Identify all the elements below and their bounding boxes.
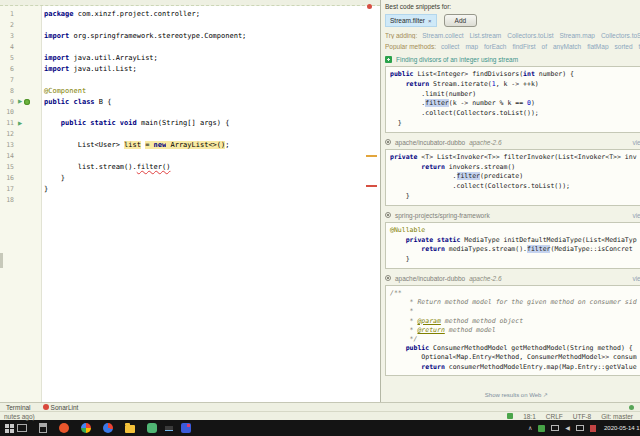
code-line: return consumerMethodModelEntry.map(Map.… — [390, 363, 640, 372]
task-view-icon[interactable] — [17, 424, 27, 432]
suggestion-link[interactable]: Stream.map — [560, 32, 595, 39]
ime-tray-icon[interactable] — [576, 425, 584, 431]
terminal-toolwindow-button[interactable]: Terminal — [6, 404, 31, 411]
event-log-icon[interactable] — [629, 405, 634, 410]
filter-tag-row: Stream.filter × Add — [385, 14, 640, 27]
line-number: 12 — [0, 130, 14, 138]
editor-line: 13 List<User> list = new ArrayList<>(); — [0, 140, 380, 151]
suggestion-link[interactable]: of — [542, 43, 547, 50]
active-app-highlight — [165, 426, 173, 431]
run-icon[interactable]: ▶ — [18, 99, 22, 105]
suggestion-link[interactable]: map — [465, 43, 478, 50]
code-editor[interactable]: 1package com.xinzf.project.controller;23… — [0, 0, 380, 402]
editor-code-text: } — [41, 185, 48, 193]
code-line: .filter(k -> number % k == 0) — [390, 99, 640, 109]
line-number: 4 — [0, 43, 14, 51]
code-line: * — [390, 307, 640, 316]
suggestion-link[interactable]: forEach — [484, 43, 506, 50]
run-icon[interactable]: ▶ — [18, 121, 22, 127]
try-adding-links: Stream.collectList.streamCollectors.toLi… — [422, 32, 640, 39]
spring-icon[interactable] — [24, 99, 30, 105]
system-tray: ∧ ◀ 2020-05-14 17:2 — [528, 425, 640, 432]
suggestion-link[interactable]: Collectors.toList — [507, 32, 553, 39]
inspection-error-icon[interactable] — [367, 4, 372, 9]
tool-window-bar: Terminal SonarLint — [0, 402, 640, 411]
popular-methods-row: Popular methods:collectmapforEachfindFir… — [385, 43, 640, 50]
code-line: private static MediaType initDefaultMedi… — [390, 236, 640, 246]
add-button[interactable]: Add — [444, 14, 478, 27]
view-more-link[interactable]: view more — [632, 275, 640, 282]
code-line: } — [390, 192, 640, 202]
view-more-link[interactable]: view more — [632, 139, 640, 146]
editor-code-text: public static void main(String[] args) { — [41, 119, 229, 127]
remove-tag-icon[interactable]: × — [428, 18, 432, 24]
chrome-browser-icon[interactable] — [81, 423, 91, 433]
line-number: 14 — [0, 152, 14, 160]
ide-icon[interactable] — [181, 423, 191, 433]
editor-line: 18 — [0, 194, 380, 205]
repository-icon — [385, 212, 391, 218]
tool-window-stripe-button[interactable] — [0, 253, 3, 268]
sonarlint-toolwindow-button[interactable]: SonarLint — [43, 404, 79, 411]
browser-icon[interactable] — [103, 423, 113, 433]
music-app-icon[interactable] — [59, 423, 69, 433]
volume-tray-icon[interactable]: ◀ — [565, 425, 570, 431]
repository-name[interactable]: spring-projects/spring-framework — [395, 212, 490, 219]
code-line: /** — [390, 289, 640, 298]
code-line: } — [390, 119, 640, 129]
suggestion-link[interactable]: Collectors.toSet — [601, 32, 640, 39]
suggestion-link[interactable]: sorted — [615, 43, 633, 50]
wechat-icon[interactable] — [147, 423, 157, 433]
status-item[interactable]: Git: master — [601, 413, 633, 420]
code-line: @Nullable — [390, 226, 640, 236]
error-stripe-mark[interactable] — [366, 185, 377, 187]
editor-code-text: package com.xinzf.project.controller; — [41, 10, 200, 18]
warning-stripe-mark[interactable] — [366, 155, 377, 157]
line-number: 7 — [0, 76, 14, 84]
suggestion-link[interactable]: anyMatch — [553, 43, 581, 50]
panel-footer: Show results on Web ↗ — [385, 388, 640, 400]
code-line: * Return method model for the given meth… — [390, 298, 640, 307]
repository-name[interactable]: apache/incubator-dubbo — [395, 275, 465, 282]
suggestion-link[interactable]: collect — [441, 43, 459, 50]
editor-line: 15 list.stream().filter() — [0, 161, 380, 172]
filter-tag[interactable]: Stream.filter × — [385, 14, 437, 27]
suggestion-link[interactable]: findFirst — [512, 43, 535, 50]
suggestion-link[interactable]: flatMap — [587, 43, 608, 50]
sonarlint-icon — [43, 404, 49, 410]
desktop-screen: 1package com.xinzf.project.controller;23… — [0, 0, 640, 436]
ide-window: 1package com.xinzf.project.controller;23… — [0, 0, 640, 402]
security-tray-icon[interactable] — [538, 425, 545, 432]
show-results-on-web-link[interactable]: Show results on Web ↗ — [485, 392, 548, 398]
tray-expand-icon[interactable]: ∧ — [528, 425, 532, 431]
line-number: 10 — [0, 108, 14, 116]
editor-line: 3import org.springframework.stereotype.C… — [0, 31, 380, 42]
snippet-code-block: public List<Integer> findDivisors(int nu… — [385, 66, 640, 133]
status-item[interactable]: UTF-8 — [573, 413, 591, 420]
repository-name[interactable]: apache/incubator-dubbo — [395, 139, 465, 146]
notification-flag-icon[interactable] — [590, 425, 596, 432]
sonarlint-label: SonarLint — [51, 404, 79, 411]
panel-title: Best code snippets for: — [385, 3, 640, 10]
editor-lines: 1package com.xinzf.project.controller;23… — [0, 0, 380, 205]
editor-line: 5import java.util.ArrayList; — [0, 53, 380, 64]
line-number: 15 — [0, 163, 14, 171]
background-task-icon[interactable] — [507, 413, 513, 419]
calculator-icon[interactable] — [39, 423, 47, 433]
snippet-repo-row: apache/incubator-dubbo apache-2.6 view m… — [385, 138, 640, 147]
status-item[interactable]: 18:1 — [523, 413, 536, 420]
line-number: 1 — [0, 10, 14, 18]
suggestion-link[interactable]: List.stream — [469, 32, 501, 39]
status-item[interactable]: CRLF — [546, 413, 563, 420]
file-explorer-icon[interactable] — [125, 425, 135, 433]
start-button-icon[interactable] — [5, 424, 14, 433]
snippet-repo-row: apache/incubator-dubbo apache-2.6 view m… — [385, 274, 640, 283]
suggestion-link[interactable]: Stream.collect — [422, 32, 463, 39]
popular-methods-label: Popular methods: — [385, 43, 436, 50]
taskbar-clock[interactable]: 2020-05-14 17:2 — [604, 425, 640, 431]
editor-line: 4 — [0, 42, 380, 53]
network-tray-icon[interactable] — [551, 425, 559, 431]
view-more-link[interactable]: view more — [632, 212, 640, 219]
snippet-title[interactable]: Finding divisors of an integer using str… — [396, 56, 518, 63]
editor-line: 6import java.util.List; — [0, 63, 380, 74]
